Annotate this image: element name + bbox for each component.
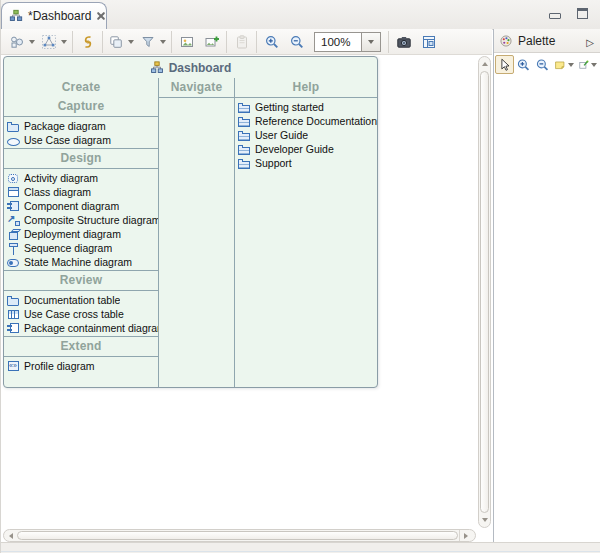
component-icon (7, 200, 21, 213)
dashboard-item[interactable]: Component diagram (4, 199, 158, 213)
usecase-icon (7, 134, 21, 147)
application-window: *Dashboard 100% (0, 0, 600, 553)
filters-icon (140, 34, 156, 50)
select-cursor-icon (497, 57, 512, 73)
dashboard-item[interactable]: Sequence diagram (4, 241, 158, 255)
dashboard-icon (150, 61, 164, 75)
link-button[interactable] (576, 55, 600, 74)
dropdown-arrow-icon (128, 40, 134, 44)
image-icon (179, 34, 195, 50)
help-link-item[interactable]: Support (235, 156, 377, 170)
arrange-graph-button[interactable] (39, 31, 69, 52)
dropdown-arrow-icon (568, 63, 574, 67)
scroll-right-button[interactable] (459, 530, 472, 541)
vertical-scrollbar[interactable] (478, 56, 491, 528)
help-folder-icon (238, 157, 252, 170)
image-button[interactable] (175, 31, 198, 52)
vertical-scrollbar-thumb[interactable] (480, 71, 489, 513)
help-folder-icon (238, 129, 252, 142)
dashboard-item[interactable]: Activity diagram (4, 171, 158, 185)
editor-canvas[interactable]: Dashboard Create Capture (1, 55, 492, 543)
composite-icon (7, 214, 21, 227)
zoom-out-button[interactable] (533, 55, 552, 74)
dashboard-item[interactable]: Composite Structure diagram (4, 213, 158, 227)
note-icon (554, 57, 566, 73)
paste-button[interactable] (230, 31, 253, 52)
dashboard-section: Review Documentation table Use Case (4, 270, 158, 336)
scroll-left-button[interactable] (6, 530, 16, 541)
dashboard-item[interactable]: Documentation table (4, 293, 158, 307)
collapse-arrow-icon[interactable] (585, 32, 595, 50)
dashboard-columns: Create Capture Package diagram (4, 78, 377, 387)
class-icon (7, 186, 21, 199)
zoom-level-dropdown-button[interactable] (361, 32, 381, 52)
zoom-in-icon (516, 57, 531, 73)
zoom-in-button[interactable] (514, 55, 533, 74)
alignment-shapes-button[interactable] (7, 31, 37, 52)
section-header: Review (4, 271, 158, 291)
scroll-down-button[interactable] (479, 514, 490, 526)
zoom-in-button[interactable] (260, 31, 283, 52)
minimize-button[interactable] (547, 6, 562, 21)
tab-dashboard[interactable]: *Dashboard (1, 2, 107, 29)
help-link-item[interactable]: Developer Guide (235, 142, 377, 156)
note-button[interactable] (552, 55, 576, 74)
column-header-help: Help (235, 78, 377, 98)
dashboard-item[interactable]: Profile diagram (4, 359, 158, 373)
diagram-toolbar: 100% (1, 29, 492, 55)
column-header-navigate: Navigate (159, 78, 234, 98)
column-navigate: Navigate (158, 78, 234, 387)
scroll-up-button[interactable] (479, 58, 490, 70)
dropdown-arrow-icon (29, 40, 35, 44)
deployment-icon (7, 228, 21, 241)
select-cursor-button[interactable] (495, 55, 514, 74)
help-link-item[interactable]: Getting started (235, 100, 377, 114)
dashboard-item[interactable]: Use Case cross table (4, 307, 158, 321)
section-header: Extend (4, 337, 158, 357)
zoom-in-icon (264, 34, 280, 50)
copy-appearance-button[interactable] (106, 31, 136, 52)
dashboard-item[interactable]: Class diagram (4, 185, 158, 199)
add-image-button[interactable] (200, 31, 223, 52)
camera-button[interactable] (392, 31, 415, 52)
close-icon[interactable] (96, 11, 106, 21)
dashboard-section: Design Activity diagram Class diagra (4, 148, 158, 270)
diagram-icon (9, 9, 23, 23)
dashboard-section: Extend Profile diagram (4, 336, 158, 374)
dropdown-arrow-icon (591, 63, 597, 67)
containment-icon (7, 322, 21, 335)
section-header: Capture (4, 97, 158, 117)
zoom-level-value[interactable]: 100% (314, 32, 361, 52)
column-help: Help Getting started Reference Documenta… (234, 78, 377, 387)
arrow-right-icon (464, 533, 468, 539)
tab-title: *Dashboard (28, 9, 91, 23)
arrange-graph-icon (41, 34, 57, 50)
help-folder-icon (238, 143, 252, 156)
dashboard-item[interactable]: Deployment diagram (4, 227, 158, 241)
palette-title: Palette (518, 34, 580, 48)
palette-icon (499, 34, 513, 48)
dashboard-item[interactable]: Package containment diagram (4, 321, 158, 335)
arrow-left-icon (9, 533, 13, 539)
alignment-shapes-icon (9, 34, 25, 50)
help-link-item[interactable]: Reference Documentation (235, 114, 377, 128)
help-link-item[interactable]: User Guide (235, 128, 377, 142)
dropdown-arrow-icon (160, 40, 166, 44)
maximize-button[interactable] (575, 6, 590, 21)
table-icon (7, 308, 21, 321)
section-header: Design (4, 149, 158, 169)
filters-button[interactable] (138, 31, 168, 52)
help-folder-icon (238, 115, 252, 128)
dashboard-item[interactable]: State Machine diagram (4, 255, 158, 269)
zoom-out-button[interactable] (285, 31, 308, 52)
horizontal-scrollbar-thumb[interactable] (17, 531, 458, 540)
palette-header[interactable]: Palette (494, 29, 600, 53)
dashboard-item[interactable]: Use Case diagram (4, 133, 158, 147)
sync-arrows-button[interactable] (76, 31, 99, 52)
zoom-out-icon (535, 57, 550, 73)
dashboard-title-label: Dashboard (169, 61, 232, 75)
maximize-icon (577, 8, 588, 19)
horizontal-scrollbar[interactable] (3, 529, 476, 542)
diagram-window-button[interactable] (417, 31, 440, 52)
dashboard-item[interactable]: Package diagram (4, 119, 158, 133)
